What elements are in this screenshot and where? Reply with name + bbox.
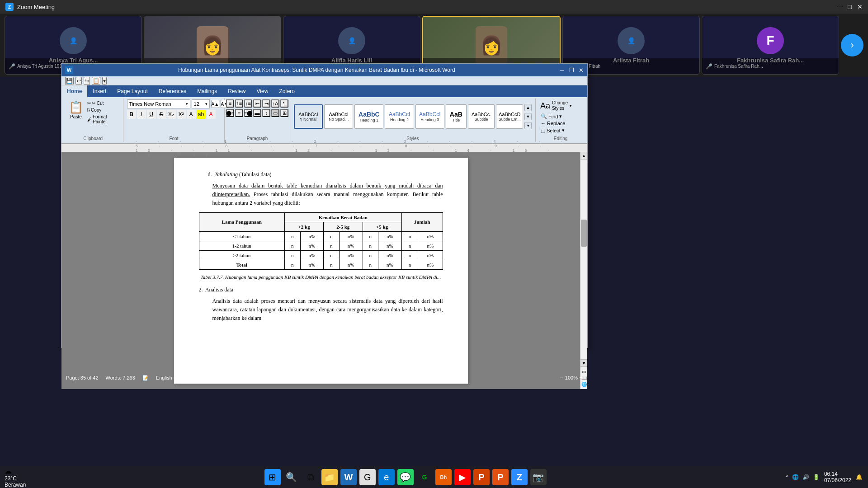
tab-insert[interactable]: Insert <box>87 85 112 97</box>
font-size-selector[interactable]: 12 ▾ <box>192 99 210 108</box>
word-minimize-button[interactable]: ─ <box>560 67 564 74</box>
whatsapp-taskbar[interactable]: 💬 <box>397 469 414 485</box>
quick-dropdown[interactable]: ▾ <box>102 77 107 85</box>
borders-button[interactable]: ⊞ <box>280 109 288 117</box>
minimize-button[interactable]: ─ <box>838 3 843 10</box>
style-heading1[interactable]: AaBbC Heading 1 <box>354 104 383 129</box>
tab-view[interactable]: View <box>251 85 274 97</box>
font-color-button[interactable]: A <box>207 110 216 119</box>
superscript-button[interactable]: X² <box>177 110 186 119</box>
select-button[interactable]: ⬚ Select ▾ <box>539 127 566 134</box>
camera-taskbar[interactable]: 📷 <box>530 469 547 485</box>
style-heading3[interactable]: AaBbCcI Heading 3 <box>415 104 444 129</box>
search-taskbar-button[interactable]: 🔍 <box>283 469 300 485</box>
close-button[interactable]: ✕ <box>857 3 863 10</box>
font-name-selector[interactable]: Times New Roman ▾ <box>127 99 190 108</box>
format-painter-label: Format Painter <box>93 114 118 124</box>
styles-scroll-up[interactable]: ▲ <box>524 104 532 111</box>
decrease-indent-button[interactable]: ⇤ <box>253 99 261 108</box>
start-button[interactable]: ⊞ <box>264 469 281 485</box>
increase-font-button[interactable]: A▲ <box>211 100 219 108</box>
tab-references[interactable]: References <box>153 85 192 97</box>
align-right-button[interactable]: ≡⬤ <box>244 109 252 117</box>
print-layout-button[interactable]: ▭ <box>582 369 586 374</box>
paste-button[interactable]: 📋 Paste <box>67 99 85 120</box>
style-subtle-em[interactable]: AaBbCcD Subtle Em... <box>496 104 523 129</box>
style-normal[interactable]: AaBbCcI ¶ Normal <box>294 104 323 129</box>
zoom-taskbar[interactable]: Z <box>511 469 528 485</box>
task-view-button[interactable]: ⧉ <box>302 469 319 485</box>
text-effects-button[interactable]: A <box>187 110 196 119</box>
bold-button[interactable]: B <box>127 110 136 119</box>
cut-button[interactable]: ✂ ✂ Cut <box>86 100 119 106</box>
section-d: d. Tabulating (Tabulasi data) <box>199 171 443 178</box>
doc-page[interactable]: d. Tabulating (Tabulasi data) Menyusun d… <box>174 158 468 384</box>
tab-page-layout[interactable]: Page Layout <box>112 85 153 97</box>
styles-scroll-down[interactable]: ▼ <box>524 113 532 120</box>
format-painter-icon: 🖌 <box>87 117 92 122</box>
file-explorer-taskbar[interactable]: 📁 <box>321 469 338 485</box>
increase-indent-button[interactable]: ⇥ <box>262 99 270 108</box>
web-layout-button[interactable]: 🌐 <box>581 382 587 387</box>
style-no-spacing[interactable]: AaBbCcI No Spaci... <box>324 104 353 129</box>
style-heading2[interactable]: AaBbCcI Heading 2 <box>385 104 414 129</box>
tab-home[interactable]: Home <box>61 85 87 97</box>
scrollbar-track[interactable] <box>580 160 587 359</box>
quick-save[interactable]: 💾 <box>65 77 74 85</box>
tab-mailings[interactable]: Mailings <box>192 85 222 97</box>
line-spacing-button[interactable]: ↕ <box>262 109 270 117</box>
justify-button[interactable]: ▬ <box>253 109 261 117</box>
style-subtitle[interactable]: AaBbCc. Subtitle <box>468 104 495 129</box>
style-title[interactable]: AaB Title <box>446 104 467 129</box>
align-left-button[interactable]: ⬤≡ <box>226 109 234 117</box>
zoom-control[interactable]: − 100% + <box>560 375 583 381</box>
next-participant-button[interactable]: › <box>841 34 863 56</box>
sort-button[interactable]: ↕A <box>271 99 279 108</box>
quick-undo[interactable]: ↩ <box>75 77 82 85</box>
align-center-button[interactable]: ≡ <box>235 109 243 117</box>
show-marks-button[interactable]: ¶ <box>280 99 288 108</box>
underline-button[interactable]: U <box>147 110 156 119</box>
copy-button[interactable]: ⎘ Copy <box>86 107 119 113</box>
tab-review[interactable]: Review <box>222 85 251 97</box>
edge-taskbar[interactable]: e <box>378 469 395 485</box>
multilevel-button[interactable]: ↕≡ <box>244 99 252 108</box>
numbering-button[interactable]: 1≡ <box>235 99 243 108</box>
word-close-button[interactable]: ✕ <box>579 67 584 74</box>
scrollbar-thumb[interactable] <box>581 220 587 247</box>
bh-taskbar[interactable]: Bh <box>435 469 452 485</box>
find-replace-group: 🔍 Find ▾ ↔ Replace ⬚ Select ▾ <box>539 113 566 134</box>
highlight-button[interactable]: ab <box>197 110 206 119</box>
youtube-taskbar[interactable]: ▶ <box>454 469 471 485</box>
quick-redo[interactable]: ↪ <box>84 77 90 85</box>
zoom-in-button[interactable]: + <box>580 375 583 381</box>
bullets-button[interactable]: ≡ <box>226 99 234 108</box>
replace-button[interactable]: ↔ Replace <box>539 120 566 127</box>
style-heading2-label: Heading 2 <box>390 117 409 122</box>
tray-arrow[interactable]: ^ <box>786 474 788 480</box>
doc-scroll-area[interactable]: d. Tabulating (Tabulasi data) Menyusun d… <box>61 152 580 389</box>
tab-zotero[interactable]: Zotero <box>274 85 300 97</box>
subscript-button[interactable]: X₂ <box>167 110 176 119</box>
quick-custom[interactable]: 📋 <box>92 77 100 85</box>
participant-fakhrunisa[interactable]: F Fakhrunisa Safira Rah... 🎤 Fakhrunisa … <box>702 16 839 75</box>
scrollbar-down-button[interactable]: ▼ <box>580 359 587 366</box>
shading-button[interactable]: ▭ <box>271 109 279 117</box>
styles-more[interactable]: ▾ <box>524 122 532 129</box>
word-restore-button[interactable]: ❐ <box>569 67 574 74</box>
change-styles-button[interactable]: Aa ChangeStyles ▾ <box>539 99 573 112</box>
system-tray: ^ 🌐 🔊 🔋 <box>786 474 820 480</box>
zoom-out-button[interactable]: − <box>560 375 563 381</box>
word-taskbar[interactable]: W <box>340 469 357 485</box>
format-painter-button[interactable]: 🖌 Format Painter <box>86 114 119 125</box>
chrome-taskbar[interactable]: G <box>359 469 376 485</box>
notification-icon[interactable]: 🔔 <box>856 474 863 480</box>
strikethrough-button[interactable]: S <box>157 110 166 119</box>
gojek-taskbar[interactable]: G <box>416 469 433 485</box>
find-button[interactable]: 🔍 Find ▾ <box>539 113 566 120</box>
italic-button[interactable]: I <box>137 110 146 119</box>
powerpoint-red-taskbar[interactable]: P <box>473 469 490 485</box>
maximize-button[interactable]: □ <box>848 3 852 10</box>
powerpoint-orange-taskbar[interactable]: P <box>492 469 509 485</box>
vertical-scrollbar[interactable]: ▲ ▼ ▭ 📖 🌐 <box>580 152 587 389</box>
